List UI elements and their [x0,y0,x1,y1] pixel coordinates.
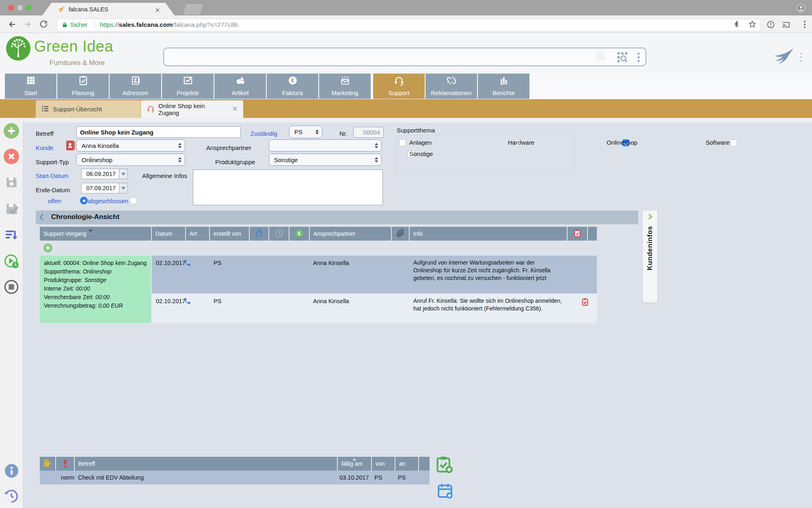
nav-tab-planung[interactable]: Planung [57,74,109,99]
collapse-left-icon[interactable] [38,213,45,224]
window-zoom-button[interactable] [26,5,32,11]
allgemeine-infos-textarea[interactable] [193,169,383,205]
col-info[interactable]: Info [410,227,567,241]
password-key-icon[interactable] [733,20,741,30]
zustaendig-select[interactable]: PS [289,126,322,138]
browser-profile-icon[interactable] [797,4,806,14]
task-col-extra [419,457,430,471]
checkbox-anlagen[interactable] [399,139,406,146]
row-info: Aufgrund von interner Wartungsarbeiten w… [413,259,564,282]
info-button[interactable] [4,463,19,480]
col-verrechenbare-zeit[interactable] [269,227,289,241]
contact-card-icon [130,75,141,88]
tab-close-icon[interactable] [155,7,160,12]
start-datum-input[interactable] [81,169,119,179]
nr-input[interactable] [353,127,384,138]
add-task-button[interactable] [435,455,453,475]
stop-timer-button[interactable] [4,279,19,296]
nav-tab-projekte[interactable]: Projekte [162,74,214,99]
window-minimize-button[interactable] [17,5,23,11]
task-col-done[interactable] [40,457,55,471]
subtab-close-icon[interactable] [232,106,238,113]
reload-icon[interactable] [39,20,48,30]
radio-offen[interactable] [80,197,88,204]
nav-tab-marketing[interactable]: Marketing [319,74,371,99]
task-col-faellig-am[interactable]: fällig am [338,457,371,471]
nav-tab-faktura[interactable]: € Faktura [267,74,318,99]
kunde-select[interactable]: Anna Kinsella [76,139,185,152]
add-calendar-event-button[interactable] [437,482,453,501]
browser-tab[interactable]: falcana.SALES [42,3,175,15]
ansprechpartner-select[interactable] [269,139,382,152]
col-erstellt-von[interactable]: erstellt von [210,227,249,241]
checkbox-software[interactable] [730,139,737,146]
url-domain: sales.falcana.com [119,21,173,28]
radio-abgeschlossen[interactable] [130,197,137,204]
task-col-an[interactable]: an [395,457,418,471]
append-list-button[interactable] [4,228,19,245]
nav-tab-support[interactable]: Support [373,74,425,99]
save-close-button[interactable] [4,201,19,218]
global-search-input[interactable] [163,48,646,66]
subtab-support-uebersicht[interactable]: Support-Übersicht [36,100,140,118]
ende-datum-input[interactable] [81,183,119,193]
search-menu-icon[interactable] [636,52,641,65]
back-icon[interactable] [7,20,17,31]
col-support-vorgang[interactable]: Support-Vorgang [40,227,151,241]
task-col-betreff[interactable]: Betreff [75,457,337,471]
browser-menu-icon[interactable] [801,20,809,30]
new-tab-button[interactable] [183,4,203,15]
checkbox-sonstige-label: Sonstige [409,150,433,157]
col-art[interactable]: Art [186,227,209,241]
cancel-record-button[interactable] [3,148,19,166]
window-close-button[interactable] [8,5,14,11]
bookmark-star-icon[interactable] [748,20,757,30]
col-extra [588,227,597,241]
url-sep: :// [114,21,119,28]
content-top-strip [23,118,812,122]
task-flag-icon[interactable] [581,297,590,308]
col-aufgabe[interactable] [568,227,587,241]
add-record-button[interactable] [3,123,19,141]
nav-tab-label: Planung [72,89,94,96]
sort-desc-icon [89,230,93,232]
support-typ-select[interactable]: Onlineshop [76,154,185,166]
cast-icon[interactable] [782,20,790,30]
scan-search-icon[interactable] [616,51,628,65]
col-label: von [376,460,385,467]
info-alert-icon[interactable] [767,20,775,30]
history-button[interactable] [4,488,19,506]
add-entry-button[interactable] [43,243,53,254]
col-ansprechpartner[interactable]: Ansprechpartner [310,227,391,241]
nav-tab-berichte[interactable]: Berichte [478,74,529,99]
header-menu-dots-icon[interactable] [799,52,803,64]
start-datum-picker-button[interactable] [119,169,128,179]
kundeninfos-panel-tab[interactable]: Kundeninfos [643,211,657,302]
task-col-von[interactable]: von [372,457,395,471]
task-col-prio[interactable] [56,457,74,471]
col-anlagen[interactable] [392,227,409,241]
start-timer-button[interactable] [3,253,19,271]
contact-book-icon[interactable] [66,140,76,152]
produktgruppe-select[interactable]: Sonstige [269,154,382,166]
sort-asc-icon [352,458,356,460]
summary-value: 00:00 [76,285,90,292]
col-datum[interactable]: Datum [152,227,185,241]
phone-icon [184,297,191,306]
kunde-label: Kunde [36,144,53,151]
ende-datum-picker-button[interactable] [119,183,128,193]
nav-tab-reklamationen[interactable]: Reklamationen [425,74,477,99]
forward-icon[interactable] [23,20,32,31]
spinner-arrows-icon [178,157,181,163]
nav-tab-artikel[interactable]: Artikel [214,74,266,99]
save-button[interactable] [4,175,19,191]
subtab-online-shop-kein-zugang[interactable]: Online Shop kein Zugang [141,100,243,118]
nav-tab-start[interactable]: Start [5,74,56,99]
col-interne-zeit[interactable] [250,227,268,241]
betreff-input[interactable] [76,126,241,138]
col-betrag[interactable]: € [289,227,309,241]
url-text[interactable]: https://sales.falcana.com/falcana.php?s=… [100,21,238,28]
betreff-label: Betreff [36,130,54,137]
nav-tab-adressen[interactable]: Adressen [110,74,161,99]
support-vorgang-summary[interactable]: aktuell: 00004: Online Shop kein Zugang … [40,256,151,323]
